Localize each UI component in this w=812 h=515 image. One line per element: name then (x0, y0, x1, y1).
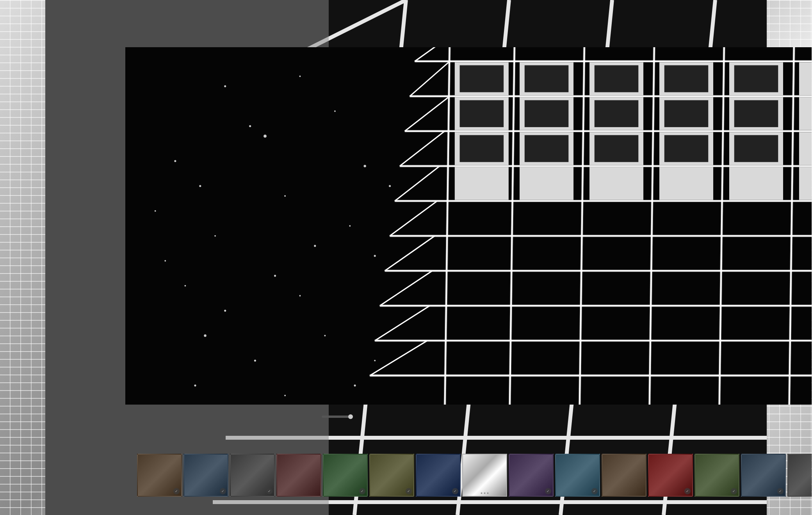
thumb-badge-6: ✓ (406, 488, 412, 494)
thumb-badge-2: ✓ (220, 488, 226, 494)
svg-point-20 (299, 76, 301, 77)
svg-rect-95 (729, 167, 783, 200)
svg-rect-100 (664, 65, 709, 92)
svg-point-25 (284, 195, 286, 197)
filmstrip-thumb-4[interactable] (276, 454, 321, 497)
svg-rect-96 (799, 167, 812, 200)
building-photo-svg (125, 47, 812, 405)
svg-rect-106 (734, 100, 778, 127)
navigator-thumb-img (8, 66, 118, 144)
svg-point-36 (204, 334, 206, 337)
photo-canvas (125, 47, 812, 405)
svg-point-26 (249, 125, 251, 127)
svg-point-19 (224, 85, 226, 87)
svg-rect-110 (664, 135, 709, 162)
svg-rect-97 (460, 65, 504, 92)
vs-slider-thumb (348, 414, 353, 419)
filmstrip-thumb-9[interactable]: ✓ (555, 454, 600, 497)
filmstrip-thumb-1[interactable]: ✓ (137, 454, 182, 497)
svg-point-40 (194, 385, 196, 387)
visualize-spots-slider[interactable] (322, 416, 353, 418)
svg-point-43 (164, 260, 166, 262)
svg-point-29 (314, 245, 316, 247)
filmstrip-thumb-8[interactable]: ✓ (509, 454, 554, 497)
thumb-badge-5: ✓ (359, 488, 365, 494)
svg-rect-84 (799, 97, 812, 130)
filmstrip-thumb-6[interactable]: ✓ (369, 454, 414, 497)
svg-rect-102 (460, 100, 504, 127)
svg-point-35 (374, 255, 376, 257)
photo-area: ‹ (125, 47, 812, 405)
svg-point-27 (363, 165, 366, 167)
svg-rect-104 (595, 100, 639, 127)
svg-point-30 (184, 285, 186, 286)
main-layout: Navigator FIT FILL 1:1 1:2 (0, 47, 812, 515)
filmstrip-thumb-3[interactable]: ✓ (230, 454, 275, 497)
thumb-badge-11: ✓ (684, 488, 691, 494)
svg-point-24 (174, 160, 176, 162)
svg-rect-93 (589, 167, 643, 200)
thumb-badge-12: ✓ (731, 488, 737, 494)
svg-point-22 (199, 185, 201, 187)
svg-rect-78 (799, 62, 812, 95)
left-panel: Navigator FIT FILL 1:1 1:2 (0, 47, 125, 515)
svg-rect-108 (525, 135, 569, 162)
filmstrip-thumb-7[interactable]: ✓ (416, 454, 461, 497)
filmstrip-thumb-10[interactable] (602, 454, 646, 497)
filmstrip-thumb-5[interactable]: ✓ (323, 454, 368, 497)
filmstrip-thumb-12[interactable]: ✓ (694, 454, 739, 497)
svg-point-33 (224, 310, 226, 312)
thumb-badge-3: ✓ (266, 488, 272, 494)
svg-point-21 (264, 135, 267, 138)
svg-rect-17 (45, 66, 118, 144)
filmstrip-thumbs: ✓ ✓ ✓ ✓ ✓ (137, 454, 812, 497)
thumb-badge-9: ✓ (591, 488, 598, 494)
svg-point-45 (155, 210, 156, 212)
svg-rect-105 (664, 100, 709, 127)
svg-rect-98 (525, 65, 569, 92)
svg-rect-101 (734, 65, 778, 92)
app-window: Lightroom 5 Catalog.lrcat - Adobe Photos… (0, 0, 812, 515)
filmstrip-thumb-11[interactable]: ✓ (648, 454, 693, 497)
svg-point-38 (254, 360, 256, 362)
main-photo (125, 47, 812, 405)
svg-point-31 (274, 275, 276, 277)
thumb-badge-13: ✓ (777, 488, 784, 494)
svg-rect-99 (595, 65, 639, 92)
svg-rect-92 (520, 167, 573, 200)
thumb-badge-7: ✓ (452, 488, 458, 494)
svg-point-32 (349, 225, 351, 227)
svg-rect-103 (525, 100, 569, 127)
star-1 (481, 492, 483, 494)
thumb-badge-8: ✓ (545, 488, 551, 494)
svg-point-28 (214, 235, 216, 237)
svg-rect-94 (659, 167, 713, 200)
filmstrip-thumb-13[interactable]: ✓ (741, 454, 786, 497)
filmstrip-thumb-selected[interactable] (462, 454, 507, 497)
svg-point-37 (324, 335, 326, 336)
svg-point-42 (354, 385, 356, 387)
svg-point-44 (389, 185, 391, 187)
star-3 (487, 492, 489, 494)
filmstrip: ‹ ✓ ✓ ✓ ✓ (125, 450, 812, 501)
nav-building-svg (8, 66, 118, 144)
svg-point-39 (374, 360, 376, 361)
thumb-badge-1: ✓ (173, 488, 180, 494)
svg-point-41 (284, 395, 286, 396)
filmstrip-thumb-2[interactable]: ✓ (183, 454, 228, 497)
svg-rect-109 (595, 135, 639, 162)
navigator-thumbnail (8, 66, 118, 144)
filmstrip-thumb-14[interactable]: ✓ (787, 454, 812, 497)
svg-rect-107 (460, 135, 504, 162)
svg-point-23 (334, 110, 336, 112)
star-2 (484, 492, 486, 494)
svg-rect-90 (799, 132, 812, 165)
svg-rect-91 (455, 167, 509, 200)
thumb-stars (481, 492, 489, 494)
svg-rect-111 (734, 135, 778, 162)
svg-point-34 (299, 295, 301, 297)
